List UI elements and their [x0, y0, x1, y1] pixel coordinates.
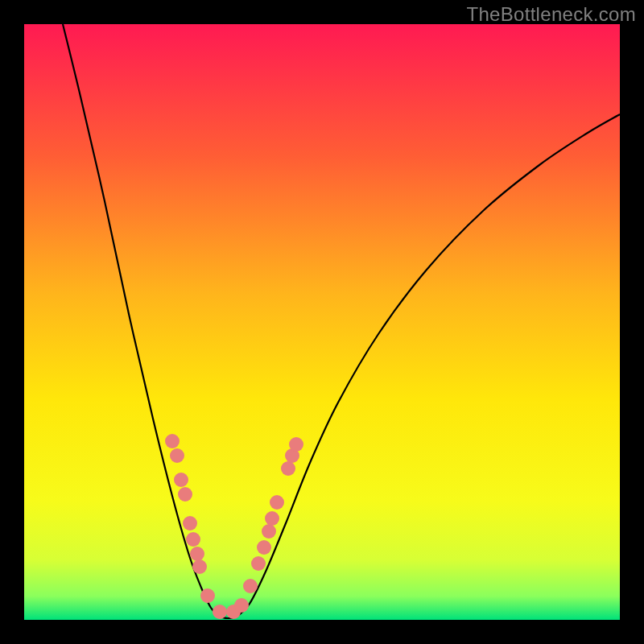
data-marker [170, 448, 184, 463]
data-marker [192, 559, 207, 574]
data-marker [234, 598, 249, 613]
data-marker [251, 556, 266, 571]
data-marker [165, 434, 180, 448]
chart-container: TheBottleneck.com [0, 0, 644, 644]
data-marker [289, 437, 303, 452]
data-marker [213, 605, 227, 619]
data-marker [281, 461, 295, 476]
data-marker [243, 579, 258, 593]
data-marker [265, 511, 279, 526]
data-marker [262, 524, 276, 539]
data-marker [190, 547, 204, 561]
data-marker [178, 487, 192, 502]
data-marker [174, 473, 188, 487]
data-marker [186, 532, 200, 547]
data-marker [200, 588, 215, 603]
data-marker [270, 495, 284, 510]
attribution-text: TheBottleneck.com [466, 3, 636, 26]
chart-svg [0, 0, 644, 644]
plot-background [24, 24, 620, 620]
data-marker [183, 516, 197, 530]
data-marker [257, 540, 271, 555]
